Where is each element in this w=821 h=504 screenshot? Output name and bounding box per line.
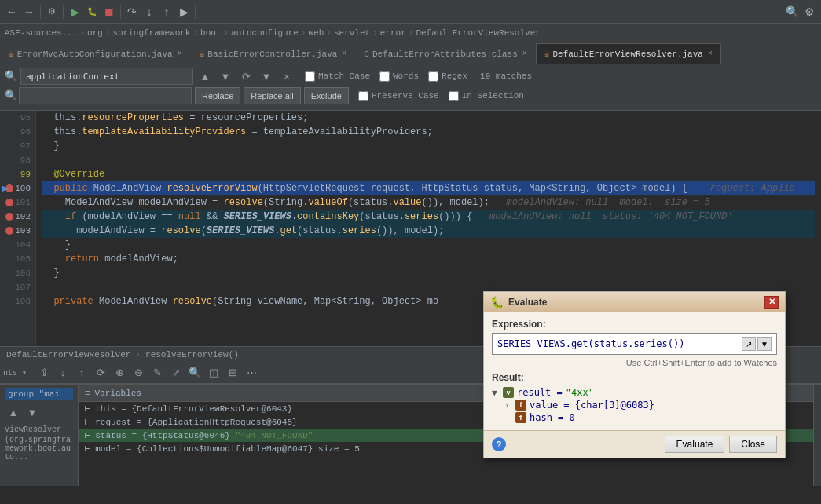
replace-input[interactable] bbox=[19, 87, 192, 104]
breadcrumb-sources[interactable]: ASE-sources... bbox=[5, 28, 77, 38]
result-row-0[interactable]: ▼ v result = "4xx" bbox=[492, 386, 777, 399]
in-selection-checkbox[interactable]: In Selection bbox=[449, 91, 524, 101]
line-107: 107 bbox=[0, 280, 35, 294]
preserve-case-checkbox[interactable]: Preserve Case bbox=[358, 91, 439, 101]
step-out-button[interactable]: ↑ bbox=[158, 3, 175, 20]
tab-basicerror[interactable]: ☕ BasicErrorController.java × bbox=[191, 43, 356, 64]
tab-errormvc-close[interactable]: × bbox=[178, 49, 182, 58]
result-row-2[interactable]: f hash = 0 bbox=[492, 411, 777, 424]
toolbar-sep-1 bbox=[40, 5, 41, 19]
search-input[interactable] bbox=[20, 68, 193, 85]
next-match-button[interactable]: ▼ bbox=[217, 68, 234, 85]
search-glass-icon: 🔍 bbox=[5, 70, 17, 82]
resume-button[interactable]: ▶ bbox=[175, 3, 192, 20]
breadcrumb-web[interactable]: web bbox=[309, 28, 324, 38]
match-case-checkbox[interactable]: Match Case bbox=[305, 71, 370, 82]
debug-btn-1[interactable]: ⇪ bbox=[35, 364, 53, 382]
breadcrumb-boot[interactable]: boot bbox=[200, 28, 221, 38]
run-button[interactable]: ▶ bbox=[66, 3, 83, 20]
result-icon-2: f bbox=[515, 412, 526, 423]
debug-btn-9[interactable]: 🔍 bbox=[186, 364, 203, 382]
search-everywhere-button[interactable]: 🔍 bbox=[783, 3, 801, 20]
breakpoint-101[interactable] bbox=[5, 199, 13, 206]
group-label[interactable]: group "mai..." bbox=[5, 388, 73, 400]
expression-value[interactable]: SERIES_VIEWS.get(status.series()) bbox=[497, 338, 684, 349]
debug-btn-7[interactable]: ✎ bbox=[148, 364, 166, 382]
refresh-button[interactable]: ⟳ bbox=[237, 68, 255, 85]
breakpoint-103[interactable] bbox=[5, 227, 13, 235]
code-line-101: ModelAndView modelAndView = resolve(Stri… bbox=[42, 195, 815, 210]
evaluate-close-button[interactable]: ✕ bbox=[764, 296, 779, 309]
line-95: 95 bbox=[0, 111, 35, 125]
replace-all-button[interactable]: Replace all bbox=[244, 87, 300, 104]
in-selection-input[interactable] bbox=[449, 91, 459, 101]
tab-defaulterrorview[interactable]: ☕ DefaultErrorViewResolver.java × bbox=[536, 43, 721, 64]
stop-button[interactable]: ◼ bbox=[101, 3, 118, 20]
toolbar-sep-3 bbox=[120, 5, 121, 19]
line-99: 99 bbox=[0, 167, 35, 181]
status-class: DefaultErrorViewResolver bbox=[6, 350, 130, 360]
breadcrumb-error[interactable]: error bbox=[380, 28, 406, 38]
regex-input[interactable] bbox=[428, 71, 438, 82]
breadcrumb-org[interactable]: org bbox=[87, 28, 103, 38]
breadcrumb-autoconfigure[interactable]: autoconfigure bbox=[231, 28, 299, 38]
debug-button[interactable]: 🐛 bbox=[83, 3, 101, 20]
debug-btn-12[interactable]: ⋯ bbox=[243, 364, 260, 382]
matches-count: 19 matches bbox=[480, 71, 532, 81]
settings-button[interactable]: ⚙ bbox=[801, 3, 818, 20]
tab-defaulterrorattr-close[interactable]: × bbox=[522, 49, 527, 58]
breadcrumb: ASE-sources... › org › springframework ›… bbox=[0, 24, 821, 42]
debug-sep bbox=[31, 367, 31, 379]
expression-input[interactable]: SERIES_VIEWS.get(status.series()) ↗ ▼ bbox=[492, 333, 777, 355]
breakpoint-102[interactable] bbox=[5, 213, 13, 221]
debug-btn-5[interactable]: ⊕ bbox=[111, 364, 128, 382]
forward-button[interactable]: → bbox=[20, 3, 38, 20]
debug-btn-2[interactable]: ↓ bbox=[54, 364, 71, 382]
step-over-button[interactable]: ↷ bbox=[123, 3, 141, 20]
breadcrumb-class[interactable]: DefaultErrorViewResolver bbox=[416, 28, 540, 38]
debug-btn-8[interactable]: ⤢ bbox=[167, 364, 185, 382]
debug-btn-6[interactable]: ⊖ bbox=[130, 364, 147, 382]
debug-btn-10[interactable]: ◫ bbox=[205, 364, 222, 382]
evaluate-button[interactable]: Evaluate bbox=[665, 436, 725, 453]
words-input[interactable] bbox=[379, 71, 390, 82]
filter-button[interactable]: ▼ bbox=[258, 68, 275, 85]
result-row-1[interactable]: › f value = {char[3]@6083} bbox=[492, 399, 777, 411]
build-button[interactable]: ⚙ bbox=[43, 3, 60, 20]
line-101: 101 bbox=[0, 195, 35, 210]
variables-scrollbar[interactable] bbox=[813, 385, 821, 486]
replace-button[interactable]: Replace bbox=[195, 87, 240, 104]
prev-match-button[interactable]: ▲ bbox=[196, 68, 214, 85]
match-case-input[interactable] bbox=[305, 71, 315, 82]
exclude-button[interactable]: Exclude bbox=[304, 87, 349, 104]
breadcrumb-servlet[interactable]: servlet bbox=[334, 28, 370, 38]
tab-basicerror-close[interactable]: × bbox=[342, 49, 346, 58]
code-line-95: this.resourceProperties = resourceProper… bbox=[42, 111, 815, 125]
tab-errormvc[interactable]: ☕ ErrorMvcAutoConfiguration.java × bbox=[0, 43, 191, 64]
tab-defaulterrorattr[interactable]: C DefaultErrorAttributes.class × bbox=[355, 43, 535, 64]
close-button[interactable]: Close bbox=[729, 436, 777, 453]
tab-defaulterrorview-close[interactable]: × bbox=[708, 49, 713, 58]
debug-btn-11[interactable]: ⊞ bbox=[224, 364, 241, 382]
words-checkbox[interactable]: Words bbox=[379, 71, 419, 82]
help-icon[interactable]: ? bbox=[492, 437, 506, 451]
group-down-button[interactable]: ▼ bbox=[24, 404, 41, 421]
regex-checkbox[interactable]: Regex bbox=[428, 71, 467, 82]
tree-toggle-1[interactable]: › bbox=[504, 400, 512, 411]
debug-label: nts ▾ bbox=[3, 368, 27, 378]
result-icon-1: f bbox=[515, 400, 526, 411]
history-button[interactable]: ▼ bbox=[757, 337, 772, 351]
tree-toggle-0[interactable]: ▼ bbox=[492, 388, 500, 398]
close-search-button[interactable]: × bbox=[278, 68, 295, 85]
view-resolver-label[interactable]: ViewResolver bbox=[5, 425, 73, 434]
expand-button[interactable]: ↗ bbox=[742, 337, 756, 351]
step-into-button[interactable]: ↓ bbox=[141, 3, 158, 20]
org-label[interactable]: (org.springframework.boot.auto... bbox=[5, 436, 73, 462]
line-104: 104 bbox=[0, 238, 35, 252]
breadcrumb-springframework[interactable]: springframework bbox=[112, 28, 190, 38]
preserve-case-input[interactable] bbox=[358, 91, 368, 101]
group-up-button[interactable]: ▲ bbox=[5, 404, 22, 421]
debug-btn-3[interactable]: ↑ bbox=[73, 364, 90, 382]
back-button[interactable]: ← bbox=[3, 3, 20, 20]
debug-btn-4[interactable]: ⟳ bbox=[92, 364, 109, 382]
